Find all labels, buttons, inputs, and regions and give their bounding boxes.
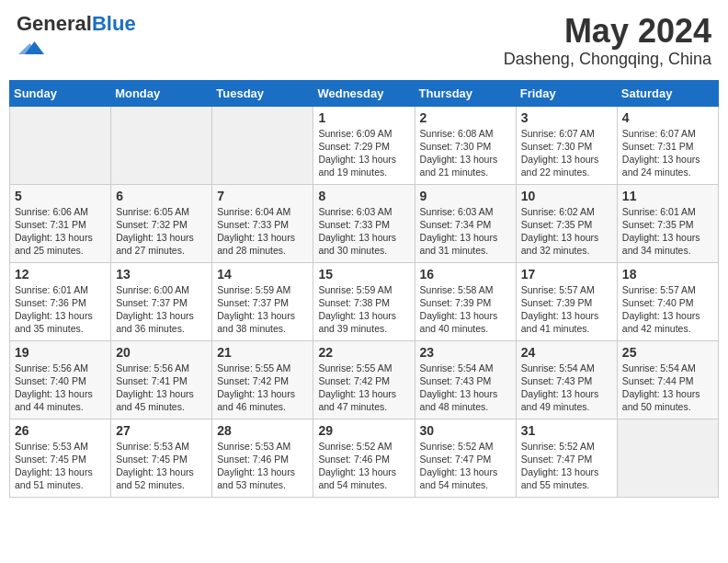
day-number: 8 <box>318 189 409 203</box>
day-info: Sunrise: 6:09 AM Sunset: 7:29 PM Dayligh… <box>318 127 409 179</box>
day-info: Sunrise: 6:05 AM Sunset: 7:32 PM Dayligh… <box>116 205 207 258</box>
day-number: 20 <box>116 345 207 360</box>
day-number: 13 <box>116 267 207 282</box>
calendar-cell: 20Sunrise: 5:56 AM Sunset: 7:41 PM Dayli… <box>111 340 212 419</box>
calendar-header: SundayMondayTuesdayWednesdayThursdayFrid… <box>10 80 719 106</box>
weekday-header-row: SundayMondayTuesdayWednesdayThursdayFrid… <box>10 80 719 106</box>
weekday-sunday: Sunday <box>10 80 111 106</box>
calendar-cell: 4Sunrise: 6:07 AM Sunset: 7:31 PM Daylig… <box>617 106 718 184</box>
calendar-cell: 29Sunrise: 5:52 AM Sunset: 7:46 PM Dayli… <box>313 419 415 497</box>
day-info: Sunrise: 6:03 AM Sunset: 7:34 PM Dayligh… <box>420 205 511 258</box>
calendar-cell: 8Sunrise: 6:03 AM Sunset: 7:33 PM Daylig… <box>313 184 415 262</box>
day-info: Sunrise: 5:52 AM Sunset: 7:47 PM Dayligh… <box>521 440 612 492</box>
calendar-body: 1Sunrise: 6:09 AM Sunset: 7:29 PM Daylig… <box>10 106 719 497</box>
day-info: Sunrise: 5:55 AM Sunset: 7:42 PM Dayligh… <box>217 362 308 414</box>
day-info: Sunrise: 5:53 AM Sunset: 7:46 PM Dayligh… <box>217 440 308 492</box>
calendar-cell: 16Sunrise: 5:58 AM Sunset: 7:39 PM Dayli… <box>415 262 516 340</box>
calendar-table: SundayMondayTuesdayWednesdayThursdayFrid… <box>9 80 719 498</box>
day-number: 7 <box>217 189 308 203</box>
day-number: 6 <box>116 189 207 203</box>
calendar-cell: 27Sunrise: 5:53 AM Sunset: 7:45 PM Dayli… <box>111 419 212 497</box>
calendar-cell: 13Sunrise: 6:00 AM Sunset: 7:37 PM Dayli… <box>111 262 212 340</box>
day-number: 28 <box>217 423 308 438</box>
day-number: 3 <box>521 110 612 125</box>
day-info: Sunrise: 5:56 AM Sunset: 7:41 PM Dayligh… <box>116 362 207 414</box>
day-info: Sunrise: 6:03 AM Sunset: 7:33 PM Dayligh… <box>318 205 409 258</box>
calendar-cell: 7Sunrise: 6:04 AM Sunset: 7:33 PM Daylig… <box>212 184 313 262</box>
day-number: 31 <box>521 423 612 438</box>
day-number: 27 <box>116 423 207 438</box>
calendar-cell: 9Sunrise: 6:03 AM Sunset: 7:34 PM Daylig… <box>415 184 516 262</box>
calendar-cell: 3Sunrise: 6:07 AM Sunset: 7:30 PM Daylig… <box>516 106 617 184</box>
day-number: 9 <box>420 189 511 203</box>
day-info: Sunrise: 6:00 AM Sunset: 7:37 PM Dayligh… <box>116 283 207 336</box>
day-number: 14 <box>217 267 308 282</box>
calendar-cell <box>111 106 212 184</box>
calendar-cell: 17Sunrise: 5:57 AM Sunset: 7:39 PM Dayli… <box>516 262 617 340</box>
calendar-cell: 21Sunrise: 5:55 AM Sunset: 7:42 PM Dayli… <box>212 340 313 419</box>
calendar-cell: 6Sunrise: 6:05 AM Sunset: 7:32 PM Daylig… <box>111 184 212 262</box>
day-info: Sunrise: 5:57 AM Sunset: 7:39 PM Dayligh… <box>521 283 612 336</box>
weekday-monday: Monday <box>111 80 212 106</box>
day-info: Sunrise: 5:54 AM Sunset: 7:43 PM Dayligh… <box>521 362 612 414</box>
calendar-cell: 10Sunrise: 6:02 AM Sunset: 7:35 PM Dayli… <box>516 184 617 262</box>
day-number: 26 <box>15 423 106 438</box>
calendar-week-3: 19Sunrise: 5:56 AM Sunset: 7:40 PM Dayli… <box>10 340 719 419</box>
day-number: 11 <box>622 189 713 203</box>
calendar-cell <box>10 106 111 184</box>
day-number: 15 <box>318 267 409 282</box>
day-number: 17 <box>521 267 612 282</box>
calendar-cell: 26Sunrise: 5:53 AM Sunset: 7:45 PM Dayli… <box>10 419 111 497</box>
day-info: Sunrise: 5:54 AM Sunset: 7:44 PM Dayligh… <box>622 362 713 414</box>
calendar-cell: 31Sunrise: 5:52 AM Sunset: 7:47 PM Dayli… <box>516 419 617 497</box>
calendar-cell: 30Sunrise: 5:52 AM Sunset: 7:47 PM Dayli… <box>415 419 516 497</box>
day-info: Sunrise: 6:07 AM Sunset: 7:31 PM Dayligh… <box>622 127 713 179</box>
day-number: 21 <box>217 345 308 360</box>
day-info: Sunrise: 5:57 AM Sunset: 7:40 PM Dayligh… <box>622 283 713 336</box>
day-number: 16 <box>420 267 511 282</box>
day-info: Sunrise: 5:55 AM Sunset: 7:42 PM Dayligh… <box>318 362 409 414</box>
calendar-cell: 11Sunrise: 6:01 AM Sunset: 7:35 PM Dayli… <box>617 184 718 262</box>
day-number: 2 <box>420 110 511 125</box>
calendar-cell: 22Sunrise: 5:55 AM Sunset: 7:42 PM Dayli… <box>313 340 415 419</box>
day-info: Sunrise: 6:07 AM Sunset: 7:30 PM Dayligh… <box>521 127 612 179</box>
calendar-cell: 24Sunrise: 5:54 AM Sunset: 7:43 PM Dayli… <box>516 340 617 419</box>
calendar-cell: 15Sunrise: 5:59 AM Sunset: 7:38 PM Dayli… <box>313 262 415 340</box>
weekday-tuesday: Tuesday <box>212 80 313 106</box>
day-info: Sunrise: 5:59 AM Sunset: 7:37 PM Dayligh… <box>217 283 308 336</box>
day-number: 25 <box>622 345 713 360</box>
calendar-week-4: 26Sunrise: 5:53 AM Sunset: 7:45 PM Dayli… <box>10 419 719 497</box>
day-number: 12 <box>15 267 106 282</box>
day-info: Sunrise: 5:53 AM Sunset: 7:45 PM Dayligh… <box>116 440 207 492</box>
day-info: Sunrise: 5:52 AM Sunset: 7:46 PM Dayligh… <box>318 440 409 492</box>
day-info: Sunrise: 5:58 AM Sunset: 7:39 PM Dayligh… <box>420 283 511 336</box>
day-info: Sunrise: 5:59 AM Sunset: 7:38 PM Dayligh… <box>318 283 409 336</box>
calendar-week-2: 12Sunrise: 6:01 AM Sunset: 7:36 PM Dayli… <box>10 262 719 340</box>
logo-icon <box>18 35 44 61</box>
day-number: 1 <box>318 110 409 125</box>
day-info: Sunrise: 6:08 AM Sunset: 7:30 PM Dayligh… <box>420 127 511 179</box>
calendar-cell: 28Sunrise: 5:53 AM Sunset: 7:46 PM Dayli… <box>212 419 313 497</box>
day-info: Sunrise: 6:01 AM Sunset: 7:36 PM Dayligh… <box>15 283 106 336</box>
weekday-thursday: Thursday <box>415 80 516 106</box>
calendar-week-0: 1Sunrise: 6:09 AM Sunset: 7:29 PM Daylig… <box>10 106 719 184</box>
day-number: 23 <box>420 345 511 360</box>
day-number: 24 <box>521 345 612 360</box>
day-info: Sunrise: 5:52 AM Sunset: 7:47 PM Dayligh… <box>420 440 511 492</box>
title-area: May 2024 Dasheng, Chongqing, China <box>504 13 711 69</box>
day-info: Sunrise: 6:02 AM Sunset: 7:35 PM Dayligh… <box>521 205 612 258</box>
day-number: 5 <box>15 189 106 203</box>
day-info: Sunrise: 6:01 AM Sunset: 7:35 PM Dayligh… <box>622 205 713 258</box>
day-number: 29 <box>318 423 409 438</box>
day-number: 19 <box>15 345 106 360</box>
calendar-cell: 1Sunrise: 6:09 AM Sunset: 7:29 PM Daylig… <box>313 106 415 184</box>
calendar-cell <box>212 106 313 184</box>
weekday-wednesday: Wednesday <box>313 80 415 106</box>
day-number: 22 <box>318 345 409 360</box>
calendar-week-1: 5Sunrise: 6:06 AM Sunset: 7:31 PM Daylig… <box>10 184 719 262</box>
page-header: GeneralBlue May 2024 Dasheng, Chongqing,… <box>9 9 719 73</box>
logo: GeneralBlue <box>17 13 136 64</box>
day-number: 18 <box>622 267 713 282</box>
day-info: Sunrise: 6:04 AM Sunset: 7:33 PM Dayligh… <box>217 205 308 258</box>
calendar-cell: 19Sunrise: 5:56 AM Sunset: 7:40 PM Dayli… <box>10 340 111 419</box>
